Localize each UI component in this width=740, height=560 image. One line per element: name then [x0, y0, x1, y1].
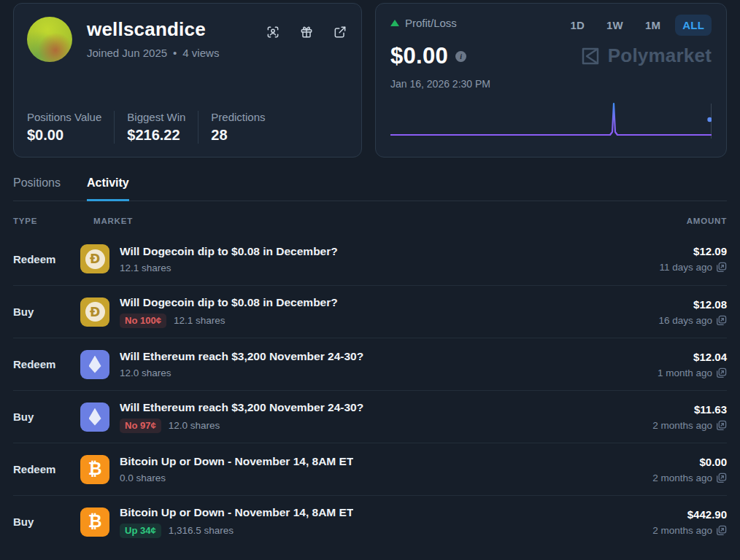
joined-row: Joined Jun 2025 • 4 views	[87, 47, 265, 59]
range-1w[interactable]: 1W	[599, 15, 631, 36]
market-title[interactable]: Bitcoin Up or Down - November 14, 8AM ET	[120, 506, 353, 519]
header-amount: AMOUNT	[687, 217, 727, 225]
shares-text: 12.0 shares	[120, 368, 171, 378]
activity-row[interactable]: Buy Ð Will Dogecoin dip to $0.08 in Dece…	[13, 285, 727, 338]
market-cell: ₿ Bitcoin Up or Down - November 14, 8AM …	[80, 455, 652, 484]
amount-value: $12.04	[658, 351, 727, 363]
range-selector: 1D 1W 1M ALL	[563, 15, 712, 36]
market-cell: Ð Will Dogecoin dip to $0.08 in December…	[80, 296, 658, 328]
tab-activity[interactable]: Activity	[87, 176, 129, 201]
username: wellscandice	[87, 18, 265, 41]
profile-stats: Positions Value $0.00 Biggest Win $216.2…	[27, 111, 348, 144]
avatar	[27, 17, 72, 62]
bitcoin-market-icon: ₿	[80, 508, 109, 537]
profile-page: wellscandice Joined Jun 2025 • 4 views	[0, 3, 740, 560]
market-title[interactable]: Will Ethereum reach $3,200 November 24-3…	[120, 350, 363, 363]
transaction-link-icon[interactable]	[716, 262, 727, 273]
stat-divider	[198, 111, 199, 144]
market-cell: Will Ethereum reach $3,200 November 24-3…	[80, 401, 652, 433]
header-market: MARKET	[80, 217, 687, 225]
activity-type: Buy	[13, 306, 80, 318]
profile-card: wellscandice Joined Jun 2025 • 4 views	[13, 3, 362, 158]
polymarket-watermark: Polymarket	[579, 44, 712, 67]
external-link-icon[interactable]	[332, 24, 348, 40]
market-title[interactable]: Bitcoin Up or Down - November 14, 8AM ET	[120, 455, 353, 468]
activity-list: Redeem Ð Will Dogecoin dip to $0.08 in D…	[13, 233, 727, 548]
pnl-line	[390, 104, 712, 135]
dogecoin-market-icon: Ð	[80, 244, 109, 273]
polymarket-logo-icon	[579, 45, 601, 67]
range-all[interactable]: ALL	[675, 15, 712, 36]
pnl-timestamp: Jan 16, 2026 2:30 PM	[390, 78, 712, 90]
range-1m[interactable]: 1M	[638, 15, 668, 36]
amount-value: $11.63	[652, 403, 727, 416]
tab-bar: Positions Activity	[13, 176, 727, 201]
amount-value: $12.09	[659, 245, 727, 257]
activity-type: Redeem	[13, 358, 80, 370]
amount-value: $0.00	[652, 456, 727, 468]
time-ago: 2 months ago	[652, 420, 712, 431]
shares-text: 12.1 shares	[120, 262, 171, 273]
stat-divider	[114, 111, 115, 144]
market-title[interactable]: Will Ethereum reach $3,200 November 24-3…	[120, 401, 363, 414]
ethereum-market-icon	[80, 402, 109, 432]
activity-type: Buy	[13, 516, 80, 528]
profile-info: wellscandice Joined Jun 2025 • 4 views	[87, 17, 265, 59]
activity-row[interactable]: Redeem ₿ Bitcoin Up or Down - November 1…	[13, 443, 727, 495]
hover-dot	[707, 117, 712, 122]
separator-dot: •	[173, 47, 177, 59]
pnl-label: Profit/Loss	[405, 17, 457, 29]
transaction-link-icon[interactable]	[716, 420, 727, 431]
transaction-link-icon[interactable]	[716, 368, 727, 378]
activity-row[interactable]: Buy Will Ethereum reach $3,200 November …	[13, 390, 727, 443]
transaction-link-icon[interactable]	[716, 315, 727, 326]
gift-icon[interactable]	[298, 24, 315, 40]
outcome-badge: No 97¢	[120, 419, 161, 433]
activity-row[interactable]: Buy ₿ Bitcoin Up or Down - November 14, …	[13, 495, 727, 548]
market-title[interactable]: Will Dogecoin dip to $0.08 in December?	[120, 245, 338, 258]
shares-text: 12.1 shares	[174, 315, 226, 326]
pnl-sparkline-chart[interactable]	[390, 100, 712, 141]
amount-value: $442.90	[652, 508, 727, 521]
header-type: TYPE	[13, 217, 80, 225]
time-ago: 1 month ago	[658, 368, 712, 378]
watermark-text: Polymarket	[608, 44, 712, 67]
pnl-card: Profit/Loss 1D 1W 1M ALL $0.00 i Jan 16,…	[375, 3, 727, 158]
pnl-value: $0.00	[390, 43, 448, 69]
activity-row[interactable]: Redeem Ð Will Dogecoin dip to $0.08 in D…	[13, 233, 727, 285]
activity-type: Buy	[13, 411, 80, 423]
market-cell: Ð Will Dogecoin dip to $0.08 in December…	[80, 244, 659, 273]
time-ago: 2 months ago	[652, 472, 712, 483]
activity-row[interactable]: Redeem Will Ethereum reach $3,200 Novemb…	[13, 338, 727, 390]
pnl-label-row: Profit/Loss	[390, 17, 457, 29]
up-triangle-icon	[390, 20, 399, 26]
profile-header: wellscandice Joined Jun 2025 • 4 views	[27, 17, 348, 62]
activity-type: Redeem	[13, 253, 80, 265]
stat-predictions: Predictions 28	[211, 111, 265, 144]
outcome-badge: No 100¢	[120, 314, 166, 328]
market-cell: Will Ethereum reach $3,200 November 24-3…	[80, 350, 658, 379]
range-1d[interactable]: 1D	[563, 15, 593, 36]
face-scan-icon[interactable]	[265, 24, 281, 40]
bitcoin-market-icon: ₿	[80, 455, 109, 484]
dogecoin-market-icon: Ð	[80, 298, 109, 327]
shares-text: 0.0 shares	[120, 472, 166, 483]
stat-biggest-win: Biggest Win $216.22	[127, 111, 185, 144]
profile-actions	[265, 17, 348, 40]
time-ago: 2 months ago	[652, 525, 712, 536]
views-text: 4 views	[182, 47, 219, 59]
top-cards: wellscandice Joined Jun 2025 • 4 views	[13, 3, 727, 158]
activity-type: Redeem	[13, 463, 80, 475]
shares-text: 12.0 shares	[169, 420, 220, 431]
transaction-link-icon[interactable]	[716, 472, 727, 483]
amount-value: $12.08	[658, 298, 727, 311]
table-header: TYPE MARKET AMOUNT	[13, 201, 727, 233]
transaction-link-icon[interactable]	[716, 525, 727, 536]
market-title[interactable]: Will Dogecoin dip to $0.08 in December?	[120, 296, 338, 309]
joined-text: Joined Jun 2025	[87, 47, 167, 59]
market-cell: ₿ Bitcoin Up or Down - November 14, 8AM …	[80, 506, 652, 538]
shares-text: 1,316.5 shares	[169, 525, 234, 536]
info-icon[interactable]: i	[455, 51, 466, 62]
ethereum-market-icon	[80, 350, 109, 379]
tab-positions[interactable]: Positions	[13, 176, 61, 201]
